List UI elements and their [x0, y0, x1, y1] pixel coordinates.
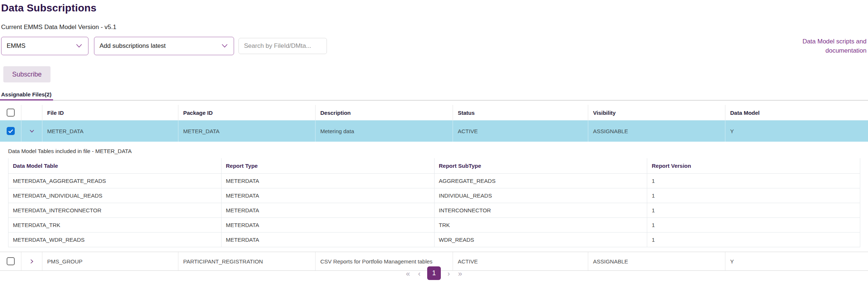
heading-divider: [0, 100, 868, 100]
subtable-cell-report-type: METERDATA: [222, 233, 435, 247]
subtable-row: METERDATA_INDIVIDUAL_READS METERDATA IND…: [8, 188, 860, 203]
subtable-cell-report-version: 1: [647, 233, 860, 247]
expand-row-button[interactable]: [28, 257, 36, 266]
subtable-row: METERDATA_INTERCONNECTOR METERDATA INTER…: [8, 203, 860, 218]
previous-page-button[interactable]: ‹: [416, 268, 422, 279]
expansion-label: Data Model Tables included in file - MET…: [0, 142, 868, 158]
subtable-column-header-report-version: Report Version: [647, 158, 860, 174]
column-header-status: Status: [453, 105, 588, 120]
select-all-checkbox[interactable]: [7, 109, 15, 117]
search-input[interactable]: [238, 38, 327, 54]
column-header-visibility: Visibility: [588, 105, 725, 120]
subtable-cell-report-subtype: INDIVIDUAL_READS: [435, 188, 648, 203]
row-expansion-panel: Data Model Tables included in file - MET…: [0, 142, 868, 252]
chevron-down-icon: [222, 43, 228, 49]
chevron-down-icon: [29, 128, 34, 134]
subtable-cell-report-type: METERDATA: [222, 174, 435, 188]
cell-data-model: Y: [725, 120, 868, 142]
column-header-file-id: File ID: [42, 105, 178, 120]
subtable-cell-report-subtype: WDR_READS: [435, 233, 648, 247]
data-model-docs-link[interactable]: Data Model scripts and documentation: [801, 37, 867, 55]
subtable-cell-report-type: METERDATA: [222, 188, 435, 203]
assignable-files-table: File ID Package ID Description Status Vi…: [0, 105, 868, 271]
subtable-column-header-report-type: Report Type: [222, 158, 435, 174]
subtable-cell-report-version: 1: [647, 188, 860, 203]
cell-status: ACTIVE: [453, 120, 588, 142]
row-checkbox-checked[interactable]: [7, 127, 15, 135]
expansion-bottom-gap: [0, 247, 868, 252]
data-model-tables-subtable: Data Model Table Report Type Report SubT…: [8, 158, 860, 247]
subtable-cell-report-version: 1: [647, 218, 860, 233]
page-1-button[interactable]: 1: [427, 266, 441, 280]
subscription-type-dropdown-value: Add subscriptions latest: [100, 42, 166, 50]
column-header-package-id: Package ID: [178, 105, 316, 120]
subtable-cell-report-version: 1: [647, 174, 860, 188]
subtable-column-header-table: Data Model Table: [8, 158, 222, 174]
data-model-version-text: Current EMMS Data Model Version - v5.1: [1, 24, 116, 31]
data-subscriptions-page: Data Subscriptions Current EMMS Data Mod…: [0, 0, 868, 287]
subscribe-button[interactable]: Subscribe: [3, 66, 50, 82]
first-page-button[interactable]: «: [404, 268, 411, 279]
column-header-expand: [21, 105, 42, 120]
table-row-meter-data[interactable]: METER_DATA METER_DATA Metering data ACTI…: [0, 120, 868, 142]
subtable-row: METERDATA_AGGREGATE_READS METERDATA AGGR…: [8, 174, 860, 188]
row-checkbox-unchecked[interactable]: [7, 257, 15, 265]
last-page-button[interactable]: »: [457, 268, 464, 279]
chevron-right-icon: [29, 259, 34, 264]
table-header-row: File ID Package ID Description Status Vi…: [0, 105, 868, 120]
subtable-header-row: Data Model Table Report Type Report SubT…: [8, 158, 860, 174]
subtable-row: METERDATA_TRK METERDATA TRK 1: [8, 218, 860, 233]
cell-package-id: METER_DATA: [178, 120, 316, 142]
cell-file-id: METER_DATA: [42, 120, 178, 142]
cell-visibility: ASSIGNABLE: [588, 120, 725, 142]
subtable-cell-table: METERDATA_TRK: [8, 218, 222, 233]
next-page-button[interactable]: ›: [446, 268, 452, 279]
subtable-cell-report-type: METERDATA: [222, 218, 435, 233]
subtable-cell-report-version: 1: [647, 203, 860, 218]
subtable-cell-table: METERDATA_WDR_READS: [8, 233, 222, 247]
subtable-column-header-report-subtype: Report SubType: [435, 158, 648, 174]
subtable-cell-report-subtype: AGGREGATE_READS: [435, 174, 648, 188]
column-header-data-model: Data Model: [725, 105, 868, 120]
subtable-cell-table: METERDATA_INDIVIDUAL_READS: [8, 188, 222, 203]
data-source-dropdown-value: EMMS: [7, 42, 25, 50]
page-title: Data Subscriptions: [1, 2, 97, 14]
subtable-cell-table: METERDATA_INTERCONNECTOR: [8, 203, 222, 218]
subtable-cell-report-subtype: TRK: [435, 218, 648, 233]
subtable-cell-report-type: METERDATA: [222, 203, 435, 218]
subtable-cell-table: METERDATA_AGGREGATE_READS: [8, 174, 222, 188]
column-header-description: Description: [316, 105, 453, 120]
data-source-dropdown[interactable]: EMMS: [1, 37, 88, 55]
subtable-cell-report-subtype: INTERCONNECTOR: [435, 203, 648, 218]
pagination: « ‹ 1 › »: [0, 266, 868, 280]
assignable-files-heading: Assignable Files(2): [0, 91, 53, 100]
subtable-row: METERDATA_WDR_READS METERDATA WDR_READS …: [8, 233, 860, 247]
collapse-row-button[interactable]: [28, 127, 36, 135]
cell-description: Metering data: [316, 120, 453, 142]
chevron-down-icon: [76, 43, 82, 49]
subscription-type-dropdown[interactable]: Add subscriptions latest: [94, 37, 234, 55]
assignable-files-section: Assignable Files(2): [0, 91, 868, 100]
